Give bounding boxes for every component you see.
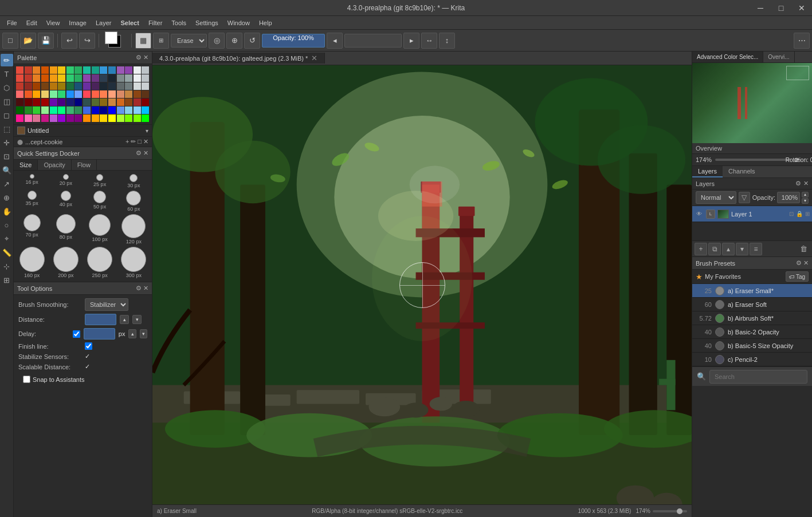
brush-preset-item[interactable]: 25a) Eraser Small* bbox=[692, 284, 812, 298]
palette-color-cell[interactable] bbox=[66, 98, 74, 106]
palette-color-cell[interactable] bbox=[50, 74, 57, 82]
palette-color-cell[interactable] bbox=[108, 115, 116, 122]
palette-color-cell[interactable] bbox=[92, 98, 99, 106]
palette-color-cell[interactable] bbox=[108, 74, 116, 82]
tool-options-settings-icon[interactable]: ⚙ bbox=[136, 285, 142, 292]
layers-settings-icon[interactable]: ⚙ bbox=[795, 180, 801, 187]
palette-color-cell[interactable] bbox=[74, 90, 82, 98]
layer-item-1[interactable]: 👁 L Layer 1 ⊡ 🔒 ⊞ bbox=[692, 206, 812, 222]
palette-color-cell[interactable] bbox=[41, 90, 49, 98]
layer-opacity-up[interactable]: ▴ bbox=[802, 192, 809, 198]
palette-color-cell[interactable] bbox=[100, 115, 107, 122]
menu-help[interactable]: Help bbox=[254, 18, 277, 27]
palette-color-cell[interactable] bbox=[41, 115, 49, 122]
brush-edit-icon[interactable]: ✏ bbox=[131, 138, 136, 145]
palette-color-cell[interactable] bbox=[100, 90, 107, 98]
qs-tab-opacity[interactable]: Opacity bbox=[38, 160, 71, 170]
brush-save-icon[interactable]: □ bbox=[138, 138, 142, 145]
preserve-alpha-btn[interactable]: ⊕ bbox=[226, 33, 242, 49]
layer-mode-select[interactable]: Normal bbox=[696, 191, 736, 204]
menu-tools[interactable]: Tools bbox=[167, 18, 191, 27]
mirror-h-btn[interactable]: ↔ bbox=[421, 33, 437, 49]
pattern-button[interactable]: ▦ bbox=[135, 33, 151, 49]
move-layer-down-button[interactable]: ▾ bbox=[736, 243, 748, 255]
palette-color-cell[interactable] bbox=[134, 90, 141, 98]
palette-color-cell[interactable] bbox=[50, 82, 57, 90]
delay-down-btn[interactable]: ▾ bbox=[140, 329, 147, 338]
qs-tab-size[interactable]: Size bbox=[14, 160, 38, 170]
layers-close-icon[interactable]: ✕ bbox=[803, 180, 809, 187]
fill-tool[interactable]: ⬡ bbox=[1, 81, 13, 94]
palette-color-cell[interactable] bbox=[74, 98, 82, 106]
brush-preset-icon[interactable]: ⊞ bbox=[153, 33, 169, 49]
palette-color-cell[interactable] bbox=[50, 66, 57, 74]
palette-color-cell[interactable] bbox=[125, 74, 132, 82]
brush-size-item[interactable]: 160 px bbox=[16, 247, 48, 278]
brush-size-item[interactable]: 30 px bbox=[118, 174, 150, 188]
palette-color-cell[interactable] bbox=[117, 90, 124, 98]
brush-size-item[interactable]: 16 px bbox=[16, 174, 48, 188]
palette-color-cell[interactable] bbox=[25, 115, 32, 122]
eyedropper-tool[interactable]: 🔍 bbox=[1, 164, 13, 176]
palette-color-cell[interactable] bbox=[108, 66, 116, 74]
zoom-slider[interactable] bbox=[715, 159, 791, 161]
palette-color-cell[interactable] bbox=[108, 82, 116, 90]
refresh-btn[interactable]: ↺ bbox=[244, 33, 260, 49]
palette-color-cell[interactable] bbox=[66, 74, 74, 82]
duplicate-layer-button[interactable]: ⧉ bbox=[708, 243, 721, 255]
palette-color-cell[interactable] bbox=[50, 98, 57, 106]
untitled-color-swatch[interactable] bbox=[17, 127, 25, 135]
palette-color-cell[interactable] bbox=[50, 115, 57, 122]
menu-settings[interactable]: Settings bbox=[191, 18, 223, 27]
quick-settings-close-icon[interactable]: ✕ bbox=[143, 149, 148, 157]
palette-color-cell[interactable] bbox=[117, 82, 124, 90]
layer-action-3[interactable]: ⊞ bbox=[805, 211, 810, 217]
erase-mode-select[interactable]: Erase bbox=[171, 34, 207, 48]
save-button[interactable]: 💾 bbox=[38, 33, 54, 49]
palette-color-cell[interactable] bbox=[74, 106, 82, 114]
palette-color-cell[interactable] bbox=[142, 74, 149, 82]
brush-size-item[interactable]: 80 px bbox=[50, 214, 81, 244]
brush-tool[interactable]: ✏ bbox=[1, 54, 13, 66]
palette-color-cell[interactable] bbox=[33, 115, 40, 122]
palette-color-cell[interactable] bbox=[134, 98, 141, 106]
palette-color-cell[interactable] bbox=[58, 106, 65, 114]
menu-image[interactable]: Image bbox=[64, 18, 91, 27]
delete-layer-button[interactable]: 🗑 bbox=[797, 243, 810, 255]
brush-presets-close-icon[interactable]: ✕ bbox=[803, 259, 809, 267]
palette-color-cell[interactable] bbox=[83, 90, 91, 98]
delay-input[interactable]: 50 bbox=[84, 328, 115, 340]
maximize-button[interactable]: □ bbox=[771, 0, 791, 16]
grid-tool[interactable]: ⊞ bbox=[1, 274, 13, 286]
palette-color-cell[interactable] bbox=[83, 106, 91, 114]
add-layer-button[interactable]: + bbox=[695, 243, 707, 255]
text-tool[interactable]: T bbox=[1, 68, 13, 80]
palette-color-cell[interactable] bbox=[117, 106, 124, 114]
palette-color-cell[interactable] bbox=[66, 106, 74, 114]
quick-settings-settings-icon[interactable]: ⚙ bbox=[136, 149, 142, 157]
distance-input[interactable]: 50.0 bbox=[85, 314, 116, 325]
palette-color-cell[interactable] bbox=[142, 66, 149, 74]
palette-color-cell[interactable] bbox=[92, 82, 99, 90]
brush-presets-settings-icon[interactable]: ⚙ bbox=[796, 259, 802, 267]
palette-color-cell[interactable] bbox=[134, 66, 141, 74]
brush-size-item[interactable]: 40 px bbox=[50, 191, 81, 212]
palette-color-cell[interactable] bbox=[92, 90, 99, 98]
layer-action-2[interactable]: 🔒 bbox=[796, 211, 803, 217]
palette-color-cell[interactable] bbox=[66, 115, 74, 122]
palette-color-cell[interactable] bbox=[100, 106, 107, 114]
foreground-color-swatch[interactable] bbox=[105, 31, 117, 44]
palette-color-cell[interactable] bbox=[100, 98, 107, 106]
qs-tab-flow[interactable]: Flow bbox=[72, 160, 97, 170]
brush-size-item[interactable]: 120 px bbox=[118, 214, 150, 244]
palette-color-cell[interactable] bbox=[117, 66, 124, 74]
palette-color-cell[interactable] bbox=[41, 106, 49, 114]
palette-color-cell[interactable] bbox=[92, 106, 99, 114]
tab-layers[interactable]: Layers bbox=[692, 166, 723, 177]
palette-color-cell[interactable] bbox=[16, 106, 23, 114]
brush-size-item[interactable]: 35 px bbox=[16, 191, 48, 212]
brush-smoothing-select[interactable]: Stabilizer bbox=[85, 298, 128, 311]
layers-more-button[interactable]: ≡ bbox=[750, 243, 762, 255]
palette-color-cell[interactable] bbox=[125, 98, 132, 106]
menu-view[interactable]: View bbox=[42, 18, 65, 27]
